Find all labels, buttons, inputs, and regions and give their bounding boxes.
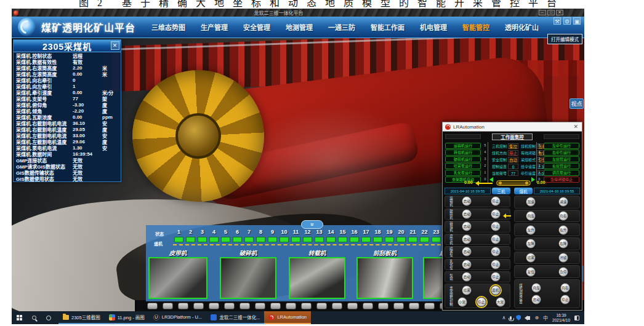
- control-button[interactable]: 停止: [491, 209, 501, 219]
- close-button[interactable]: ✕: [556, 10, 563, 15]
- support-number[interactable]: 12: [304, 229, 310, 235]
- support-number[interactable]: 4: [212, 229, 215, 235]
- nav-item[interactable]: 安全管理: [243, 22, 270, 32]
- wrench-icon[interactable]: ⚒: [553, 17, 561, 25]
- lr-close-icon[interactable]: ✕: [572, 124, 579, 130]
- taskbar-app[interactable]: LR3DPlatform - U...: [149, 311, 206, 324]
- support-number[interactable]: 2: [189, 229, 192, 235]
- control-button[interactable]: 减速: [558, 197, 568, 207]
- control-button[interactable]: 启动: [462, 260, 472, 269]
- control-button[interactable]: 停止: [491, 247, 501, 256]
- viewpoint-tab[interactable]: 视点: [570, 98, 584, 109]
- support-icon[interactable]: [301, 303, 312, 309]
- ime-indicator[interactable]: 中: [543, 314, 548, 321]
- camera-thumb[interactable]: [220, 257, 276, 299]
- network-icon[interactable]: ⊕: [534, 315, 539, 320]
- support-icon[interactable]: [255, 303, 265, 309]
- taskbar-app[interactable]: 2305三维截图: [58, 311, 105, 324]
- support-icon[interactable]: [178, 303, 188, 309]
- nav-item[interactable]: 地测管理: [286, 22, 313, 32]
- control-button[interactable]: 小架: [457, 297, 467, 307]
- maximize-button[interactable]: □: [547, 10, 555, 15]
- support-number[interactable]: 8: [259, 229, 262, 235]
- open-edit-mode-button[interactable]: 打开编辑模式: [547, 34, 582, 44]
- camera-thumb[interactable]: [148, 257, 207, 299]
- control-button[interactable]: 右降: [558, 239, 568, 248]
- support-number[interactable]: 23: [433, 229, 439, 235]
- control-button[interactable]: 向右: [558, 211, 568, 221]
- gear-icon[interactable]: ⚙: [563, 17, 571, 25]
- support-number[interactable]: 7: [248, 229, 251, 235]
- window-mode-icon[interactable]: ▣: [573, 17, 581, 25]
- control-button[interactable]: 停止: [560, 295, 570, 304]
- nav-item[interactable]: 智能工作面: [371, 22, 405, 32]
- support-number[interactable]: 17: [363, 229, 369, 235]
- support-number[interactable]: 6: [236, 229, 239, 235]
- clock[interactable]: 16:39 2021/4/10: [552, 313, 570, 322]
- support-icon[interactable]: [393, 303, 404, 309]
- nav-item[interactable]: 三维态势图: [151, 22, 185, 32]
- support-icon[interactable]: [224, 303, 235, 309]
- support-icon[interactable]: [270, 303, 281, 309]
- support-number[interactable]: 19: [386, 229, 392, 235]
- support-icon[interactable]: [163, 303, 173, 309]
- control-button[interactable]: 启动: [462, 221, 472, 231]
- control-button[interactable]: 左升: [526, 225, 536, 235]
- nav-item[interactable]: 透明化矿山: [505, 22, 539, 32]
- camera-thumb[interactable]: [289, 257, 345, 299]
- start-button[interactable]: [12, 311, 26, 324]
- support-icon[interactable]: [193, 303, 204, 309]
- control-button[interactable]: 大架: [496, 297, 505, 307]
- shield-icon[interactable]: [516, 315, 521, 320]
- support-icon[interactable]: [424, 303, 435, 309]
- control-button[interactable]: 停止: [477, 297, 486, 307]
- search-button[interactable]: [26, 311, 41, 324]
- group-tab[interactable]: 三机: [492, 188, 510, 194]
- control-button[interactable]: 启动: [531, 295, 541, 304]
- support-icon[interactable]: [147, 303, 158, 309]
- support-number[interactable]: 18: [374, 229, 380, 235]
- tray-expand-icon[interactable]: ∧: [502, 315, 506, 320]
- control-button[interactable]: 停止: [491, 221, 501, 231]
- support-icon[interactable]: [316, 303, 327, 309]
- support-number[interactable]: 3: [201, 229, 204, 235]
- taskbar-app[interactable]: 龙软二三维一体化...: [206, 311, 264, 324]
- nav-item[interactable]: 机电管理: [420, 22, 447, 32]
- nav-item[interactable]: 智能管控: [462, 22, 489, 32]
- support-number[interactable]: 10: [281, 229, 287, 235]
- support-number[interactable]: 5: [224, 229, 227, 235]
- support-number[interactable]: 14: [328, 229, 334, 235]
- support-number[interactable]: 22: [421, 229, 427, 235]
- support-icon[interactable]: [363, 303, 373, 309]
- control-button[interactable]: 复位: [526, 267, 536, 277]
- control-button[interactable]: 启动: [462, 234, 472, 244]
- control-button[interactable]: 停止: [491, 234, 501, 244]
- control-button[interactable]: 闭锁: [558, 253, 568, 263]
- camera-thumb[interactable]: [356, 257, 413, 299]
- control-button[interactable]: 停止: [491, 196, 501, 206]
- support-number[interactable]: 15: [339, 229, 345, 235]
- group-tab[interactable]: 煤机: [514, 188, 533, 194]
- control-button[interactable]: 左降: [526, 239, 536, 248]
- notification-icon[interactable]: [574, 316, 579, 320]
- cortana-button[interactable]: [41, 311, 56, 324]
- control-button[interactable]: 启动: [462, 209, 472, 219]
- support-number[interactable]: 16: [351, 229, 357, 235]
- control-button[interactable]: 跟机: [491, 285, 501, 295]
- lr-workface-tab[interactable]: 工作面集控: [492, 133, 533, 140]
- support-icon[interactable]: [239, 303, 250, 309]
- control-button[interactable]: 向左: [526, 211, 536, 221]
- support-icon[interactable]: [378, 303, 388, 309]
- control-button[interactable]: 喷雾: [462, 285, 472, 295]
- support-icon[interactable]: [409, 303, 419, 309]
- nav-item[interactable]: 生产管理: [201, 22, 228, 32]
- support-icon[interactable]: [209, 303, 219, 309]
- support-icon[interactable]: [332, 303, 342, 309]
- support-icon[interactable]: [286, 303, 296, 309]
- control-button[interactable]: 右升: [558, 225, 568, 235]
- speaker-icon[interactable]: [525, 316, 530, 320]
- control-button[interactable]: 加速: [526, 197, 536, 207]
- control-button[interactable]: 启动: [462, 196, 472, 206]
- panel-close-icon[interactable]: ✕: [111, 41, 119, 50]
- taskbar-app[interactable]: LRAutomation: [264, 311, 311, 324]
